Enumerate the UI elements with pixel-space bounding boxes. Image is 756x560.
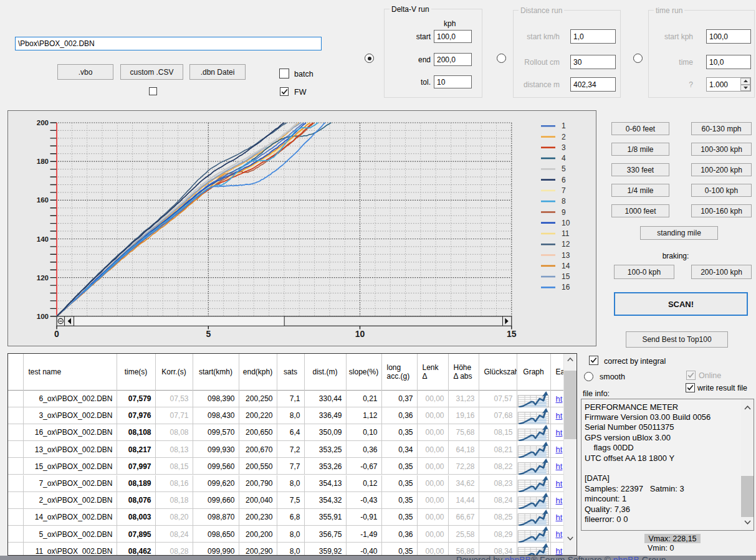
svg-text:200: 200 (37, 119, 49, 126)
svg-text:2: 2 (562, 133, 566, 141)
svg-text:8: 8 (562, 197, 566, 206)
svg-text:11: 11 (562, 229, 570, 238)
svg-text:140: 140 (37, 235, 49, 243)
svg-text:14: 14 (562, 262, 570, 270)
svg-text:5: 5 (206, 329, 211, 339)
svg-text:16: 16 (562, 283, 570, 292)
svg-text:4: 4 (562, 154, 566, 163)
svg-text:6: 6 (562, 176, 566, 184)
svg-text:15: 15 (562, 272, 570, 281)
svg-text:10: 10 (355, 329, 365, 339)
svg-text:15: 15 (507, 329, 517, 339)
svg-text:12: 12 (562, 240, 570, 249)
svg-text:7: 7 (562, 186, 566, 195)
svg-text:3: 3 (562, 143, 566, 152)
svg-text:10: 10 (562, 219, 570, 227)
svg-text:0: 0 (54, 329, 59, 339)
svg-text:180: 180 (37, 158, 49, 165)
svg-text:100: 100 (37, 313, 49, 320)
svg-text:1: 1 (562, 121, 566, 130)
svg-text:13: 13 (562, 251, 570, 260)
svg-text:160: 160 (37, 196, 49, 204)
svg-text:9: 9 (562, 208, 566, 217)
svg-text:5: 5 (562, 164, 566, 173)
svg-text:120: 120 (37, 274, 49, 282)
